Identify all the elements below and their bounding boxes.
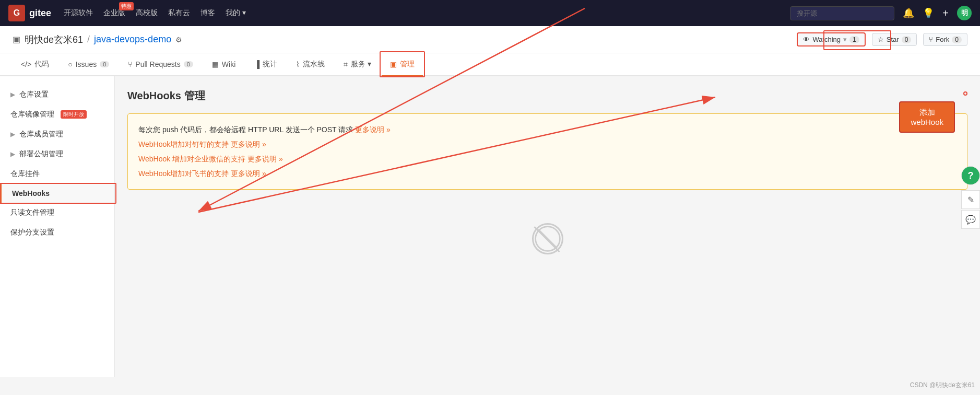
navbar-item-private[interactable]: 私有云: [168, 6, 190, 20]
pr-count: 0: [184, 61, 193, 67]
info-line-3: WebHook 增加对企业微信的支持 更多说明 »: [138, 152, 957, 166]
tab-manage[interactable]: ▣ 管理: [382, 53, 423, 76]
navbar-item-enterprise[interactable]: 企业版 特惠: [103, 6, 125, 20]
repo-tabs: </> 代码 ○ Issues 0 ⑂ Pull Requests 0 ▦ Wi…: [0, 53, 980, 76]
gitee-icon: G: [8, 5, 25, 21]
sidebar-item-deploy-keys[interactable]: ▶ 部署公钥管理: [0, 144, 114, 164]
tab-pipeline-label: 流水线: [303, 60, 325, 69]
dingtalk-link[interactable]: WebHook增加对钉钉的支持 更多说明 »: [138, 140, 266, 148]
sidebar-item-members[interactable]: ▶ 仓库成员管理: [0, 124, 114, 144]
code-icon: </>: [21, 60, 31, 68]
sidebar-item-webhooks[interactable]: WebHooks: [0, 184, 114, 203]
tab-wiki[interactable]: ▦ Wiki: [204, 54, 244, 76]
svg-point-0: [535, 227, 560, 251]
star-button[interactable]: ☆ Star 0: [872, 33, 917, 46]
pr-icon: ⑂: [128, 60, 132, 68]
sidebar-item-label: 部署公钥管理: [19, 149, 63, 159]
sidebar-item-readonly-files[interactable]: 只读文件管理: [0, 203, 114, 223]
wechat-link[interactable]: WebHook 增加对企业微信的支持 更多说明 »: [138, 155, 283, 163]
issues-count: 0: [100, 61, 109, 67]
sidebar: ▶ 仓库设置 仓库镜像管理 限时开放 ▶ 仓库成员管理 ▶ 部署公钥管理 仓库挂…: [0, 76, 115, 377]
pipeline-icon: ⌇: [296, 60, 300, 68]
brand-logo[interactable]: G gitee: [8, 5, 51, 21]
mirror-badge: 限时开放: [61, 110, 87, 119]
watch-label: Watching: [812, 36, 841, 43]
help-float-button[interactable]: ?: [961, 166, 980, 185]
search-input[interactable]: [790, 6, 894, 20]
no-entry-svg: [534, 223, 562, 254]
repo-title: ▣ 明快de玄米61 / java-devops-demo ⚙: [13, 33, 182, 46]
empty-icon: [532, 223, 563, 254]
right-float-buttons: ? ✎ 💬: [961, 166, 980, 229]
fork-label: Fork: [936, 36, 949, 43]
arrow-icon: ▶: [10, 131, 15, 138]
navbar-menu: 开源软件 企业版 特惠 高校版 私有云 博客 我的 ▾: [64, 6, 777, 20]
navbar-item-opensource[interactable]: 开源软件: [64, 6, 93, 20]
repo-separator: /: [87, 34, 90, 45]
tab-manage-label: 管理: [400, 60, 415, 69]
watch-button[interactable]: 👁 Watching ▾ 1: [797, 32, 865, 47]
sidebar-item-label: 仓库设置: [19, 90, 49, 99]
repo-type-icon: ▣: [13, 34, 20, 44]
content-area: WebHooks 管理 添加 webHook 每次您 push 代码后，都会给远…: [115, 76, 980, 377]
plus-icon[interactable]: +: [942, 7, 949, 19]
tab-code[interactable]: </> 代码: [13, 53, 57, 76]
sidebar-item-label: WebHooks: [12, 189, 50, 197]
services-icon: ⌗: [344, 60, 348, 69]
brand-name: gitee: [29, 8, 51, 19]
sidebar-item-label: 仓库成员管理: [19, 130, 63, 139]
fork-icon: ⑂: [929, 36, 933, 43]
feishu-link[interactable]: WebHook增加对飞书的支持 更多说明 »: [138, 169, 266, 178]
stats-icon: ▐: [254, 60, 259, 68]
sidebar-item-widgets[interactable]: 仓库挂件: [0, 164, 114, 184]
sidebar-item-label: 保护分支设置: [10, 228, 54, 237]
info-line-1: 每次您 push 代码后，都会给远程 HTTP URL 发送一个 POST 请求…: [138, 122, 957, 137]
tab-stats-label: 统计: [263, 60, 277, 69]
avatar[interactable]: 明: [957, 6, 972, 20]
empty-state: [127, 202, 967, 273]
navbar-item-mine[interactable]: 我的 ▾: [226, 6, 246, 20]
main-content: ▶ 仓库设置 仓库镜像管理 限时开放 ▶ 仓库成员管理 ▶ 部署公钥管理 仓库挂…: [0, 76, 980, 377]
sidebar-item-label: 只读文件管理: [10, 208, 54, 217]
navbar: G gitee 开源软件 企业版 特惠 高校版 私有云 博客 我的 ▾ 🔔 💡 …: [0, 0, 980, 26]
info-box: 每次您 push 代码后，都会给远程 HTTP URL 发送一个 POST 请求…: [127, 113, 967, 190]
sidebar-item-protected-branches[interactable]: 保护分支设置: [0, 223, 114, 242]
repo-name[interactable]: java-devops-demo: [94, 34, 171, 45]
sidebar-item-repo-settings[interactable]: ▶ 仓库设置: [0, 85, 114, 104]
arrow-icon: ▶: [10, 150, 15, 158]
svg-line-1: [538, 229, 557, 248]
fork-count: 0: [952, 36, 962, 43]
repo-actions: 👁 Watching ▾ 1 ☆ Star 0 ⑂ Fork 0: [797, 32, 967, 47]
info-line-4: WebHook增加对飞书的支持 更多说明 »: [138, 166, 957, 181]
repo-owner[interactable]: 明快de玄米61: [25, 33, 83, 46]
tab-services[interactable]: ⌗ 服务 ▾: [335, 53, 380, 76]
wiki-icon: ▦: [212, 60, 219, 68]
sidebar-item-label: 仓库镜像管理: [10, 110, 54, 119]
sidebar-item-mirror[interactable]: 仓库镜像管理 限时开放: [0, 104, 114, 124]
tab-issues-label: Issues: [76, 60, 97, 68]
chat-float-button[interactable]: 💬: [961, 210, 980, 229]
more-info-link-1[interactable]: 更多说明 »: [355, 125, 391, 134]
tab-pipeline[interactable]: ⌇ 流水线: [288, 53, 333, 76]
add-webhook-container: 添加 webHook: [963, 89, 967, 97]
special-badge: 特惠: [119, 2, 134, 10]
annotation-add-btn-box: 添加 webHook: [963, 91, 967, 96]
tab-pullrequests[interactable]: ⑂ Pull Requests 0: [120, 54, 202, 76]
tab-stats[interactable]: ▐ 统计: [246, 53, 286, 76]
tab-issues[interactable]: ○ Issues 0: [60, 54, 117, 76]
page-title: WebHooks 管理: [127, 89, 967, 103]
bulb-icon[interactable]: 💡: [923, 7, 934, 19]
bell-icon[interactable]: 🔔: [903, 7, 914, 19]
add-webhook-button[interactable]: 添加 webHook: [899, 101, 955, 133]
navbar-item-university[interactable]: 高校版: [136, 6, 158, 20]
edit-float-button[interactable]: ✎: [961, 190, 980, 209]
tab-wiki-label: Wiki: [222, 60, 235, 68]
star-icon: ☆: [878, 36, 884, 43]
repo-header: ▣ 明快de玄米61 / java-devops-demo ⚙ 👁 Watchi…: [0, 26, 980, 53]
eye-icon: 👁: [803, 36, 810, 43]
watch-count: 1: [849, 36, 859, 43]
repo-gear-icon[interactable]: ⚙: [175, 36, 182, 44]
navbar-item-blog[interactable]: 博客: [200, 6, 215, 20]
manage-icon: ▣: [390, 60, 397, 68]
fork-button[interactable]: ⑂ Fork 0: [923, 33, 967, 46]
